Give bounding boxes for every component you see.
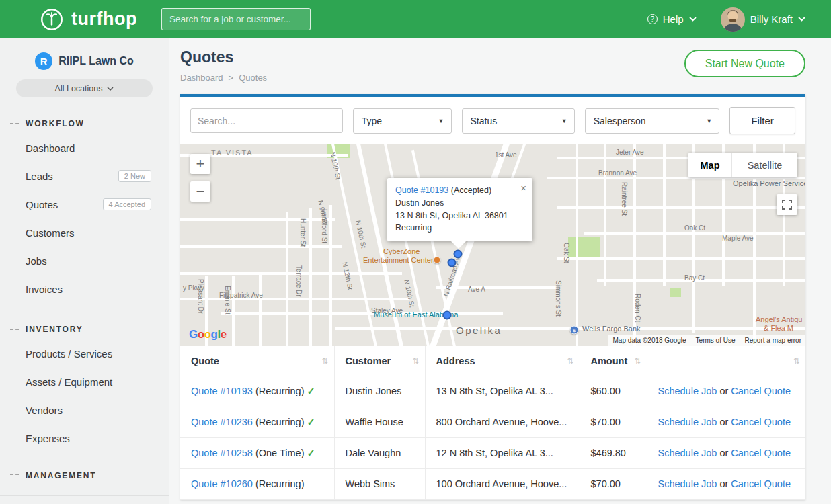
info-window-quote-link[interactable]: Quote #10193: [395, 185, 448, 195]
zoom-in-button[interactable]: +: [190, 154, 210, 174]
amount-cell: $70.00: [580, 407, 647, 437]
quote-link[interactable]: Quote #10258: [191, 448, 253, 458]
schedule-job-link[interactable]: Schedule Job: [658, 386, 717, 396]
info-window-frequency: Recurring: [395, 222, 524, 235]
info-window-address: 13 N 8th St, Opelika AL 36801: [395, 210, 524, 222]
map[interactable]: TA VISTAJeter Ave1st AveBrannon AveOpeli…: [180, 144, 805, 346]
terms-of-use-link[interactable]: Terms of Use: [696, 337, 736, 344]
bank-poi-icon[interactable]: $: [570, 326, 579, 335]
schedule-job-link[interactable]: Schedule Job: [658, 478, 717, 489]
quote-map-marker[interactable]: [454, 250, 463, 259]
map-road: [180, 245, 342, 248]
sort-icon[interactable]: ⇅: [567, 356, 573, 366]
sidebar-item-dashboard[interactable]: Dashboard: [0, 134, 169, 162]
map-road: [221, 312, 503, 315]
status-select[interactable]: Status ▼: [462, 108, 575, 134]
sort-icon[interactable]: ⇅: [634, 356, 641, 366]
accepted-check-icon: ✓: [307, 448, 315, 458]
map-label-simmons-st: Simmons St: [555, 280, 562, 317]
map-label-opelika: Opelika: [456, 325, 502, 336]
cancel-quote-link[interactable]: Cancel Quote: [731, 448, 791, 458]
quote-link[interactable]: Quote #10193: [191, 386, 253, 396]
fullscreen-icon: [782, 200, 792, 210]
map-road: [232, 276, 235, 346]
schedule-job-link[interactable]: Schedule Job: [658, 448, 717, 458]
quote-row: Quote #10236 (Recurring)✓Waffle House800…: [180, 407, 805, 437]
global-search-input[interactable]: [161, 8, 311, 30]
column-header-address[interactable]: Address⇅: [425, 346, 580, 376]
sidebar-item-expenses[interactable]: Expenses: [0, 424, 169, 452]
column-header-amount[interactable]: Amount⇅: [580, 346, 647, 376]
sidebar-item-products-services[interactable]: Products / Services: [0, 339, 169, 368]
location-selector[interactable]: All Locations: [16, 79, 153, 97]
customer-cell: Waffle House: [334, 407, 425, 437]
actions-cell: Schedule Job or Cancel Quote: [647, 437, 805, 468]
sidebar-item-leads[interactable]: Leads2 New: [0, 162, 169, 190]
map-label-raintree-st: Raintree St: [621, 182, 628, 216]
company: R RIIPL Lawn Co: [0, 38, 169, 70]
map-label-cyberzone: CyberZone: [383, 247, 420, 255]
chevron-down-icon: [107, 87, 114, 91]
sidebar-item-customers[interactable]: Customers: [0, 218, 169, 247]
sort-icon[interactable]: ⇅: [412, 356, 419, 366]
column-header-customer[interactable]: Customer⇅: [334, 346, 425, 376]
info-window-close-icon[interactable]: ×: [520, 181, 526, 196]
section-dash-icon: [10, 329, 19, 330]
breadcrumb-dashboard[interactable]: Dashboard: [180, 73, 223, 83]
quotes-search-input[interactable]: [190, 108, 343, 133]
fullscreen-button[interactable]: [777, 194, 797, 215]
map-road: [663, 144, 666, 286]
map-label-oak-ct: Oak Ct: [684, 224, 705, 232]
salesperson-select[interactable]: Salesperson ▼: [585, 108, 719, 134]
schedule-job-link[interactable]: Schedule Job: [658, 417, 717, 427]
sidebar-section-inventory: INVENTORY: [0, 319, 169, 339]
quote-link[interactable]: Quote #10236: [191, 417, 253, 427]
user-menu[interactable]: Billy Kraft: [721, 7, 805, 32]
sidebar-item-vendors[interactable]: Vendors: [0, 396, 169, 424]
sort-icon[interactable]: ⇅: [793, 356, 800, 366]
google-logo[interactable]: Google: [189, 328, 227, 341]
restaurant-poi-icon[interactable]: [434, 257, 441, 264]
type-select[interactable]: Type ▼: [353, 108, 452, 134]
map-label-wells-fargo-bank: Wells Fargo Bank: [582, 325, 641, 333]
address-cell: 12 N 8th St, Opelika AL 3...: [425, 437, 580, 468]
quote-map-marker[interactable]: [443, 311, 452, 320]
report-map-error-link[interactable]: Report a map error: [745, 337, 801, 344]
accepted-check-icon: ✓: [307, 417, 315, 427]
company-logo: R: [35, 52, 52, 70]
brand-logo[interactable]: turfhop: [39, 7, 137, 32]
filter-bar: Type ▼ Status ▼ Salesperson ▼ Filter: [180, 97, 805, 144]
satellite-type-button[interactable]: Satellite: [731, 153, 797, 177]
sidebar-section-reports: REPORTS: [0, 495, 169, 504]
quote-map-marker[interactable]: [448, 259, 457, 267]
sidebar-item-assets-equipment[interactable]: Assets / Equipment: [0, 368, 169, 396]
customer-cell: Webb Sims: [334, 468, 425, 499]
map-label-roden-ct: Roden Ct: [634, 294, 641, 322]
column-header-quote[interactable]: Quote⇅: [180, 346, 334, 376]
quote-row: Quote #10193 (Recurring)✓Dustin Jones13 …: [180, 376, 805, 407]
cancel-quote-link[interactable]: Cancel Quote: [731, 417, 791, 427]
address-cell: 100 Orchard Avenue, Hoove...: [425, 468, 580, 499]
filter-button[interactable]: Filter: [729, 107, 795, 134]
map-label-ave-a: Ave A: [468, 286, 485, 293]
sidebar-item-jobs[interactable]: Jobs: [0, 247, 169, 275]
accepted-check-icon: ✓: [307, 386, 315, 396]
quote-link[interactable]: Quote #10260: [191, 478, 253, 489]
map-data-credit: Map data ©2018 Google: [612, 337, 686, 344]
help-menu[interactable]: ? Help: [647, 13, 697, 25]
map-type-button[interactable]: Map: [688, 153, 731, 177]
zoom-out-button[interactable]: −: [190, 181, 210, 202]
map-label-y-pkwy: y Pkwy: [183, 284, 204, 292]
column-header-actions[interactable]: ⇅: [647, 346, 805, 376]
map-zoom-control: + −: [190, 154, 210, 202]
map-label-hunter-st: Hunter St: [299, 218, 307, 247]
sidebar-item-invoices[interactable]: Invoices: [0, 275, 169, 303]
sidebar-section-management: MANAGEMENT: [0, 462, 169, 486]
sort-icon[interactable]: ⇅: [321, 356, 328, 366]
cancel-quote-link[interactable]: Cancel Quote: [731, 478, 791, 489]
cancel-quote-link[interactable]: Cancel Quote: [731, 386, 791, 396]
start-new-quote-button[interactable]: Start New Quote: [684, 50, 805, 77]
map-label-maple-ave: Maple Ave: [722, 235, 754, 242]
sidebar-item-quotes[interactable]: Quotes4 Accepted: [0, 190, 169, 218]
map-label-emmie-st: Emmie St: [224, 286, 231, 314]
